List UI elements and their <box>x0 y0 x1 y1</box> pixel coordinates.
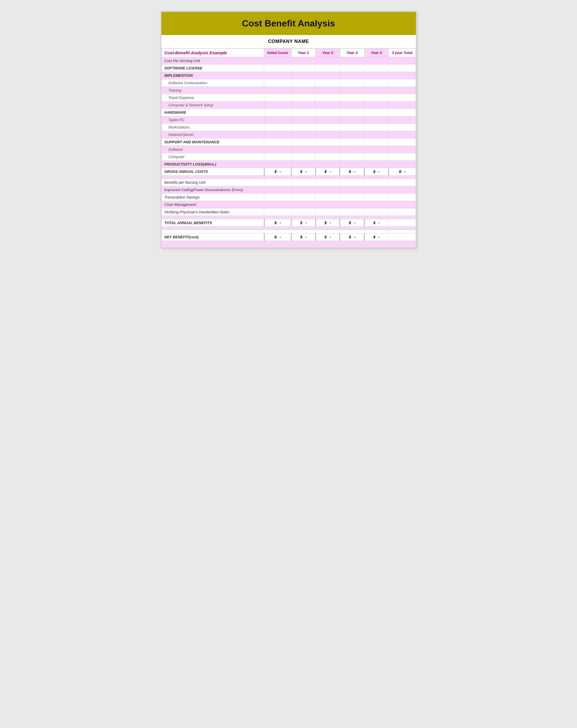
table-row: Computer & Network Setup <box>161 102 416 109</box>
row-label: SOFTWARE LICENSE <box>161 64 264 72</box>
col-header-label: Cost-Benefit Analysis Example <box>161 49 264 57</box>
row-label: Verifying Physician's Handwritten Notes <box>161 208 264 216</box>
spacer-row <box>161 230 416 233</box>
row-label: GROSS ANNUAL COSTS <box>161 168 264 176</box>
total-annual-benefits-row: TOTAL ANNUAL BENEFITS $ - $ - $ - $ - $ … <box>161 219 416 227</box>
spacer-row <box>161 176 416 179</box>
tab-year4: $ - <box>364 219 389 227</box>
row-label: PRODUCTIVITY LOSS(40hrs.) <box>161 161 264 168</box>
row-label: Software <box>161 146 264 153</box>
page: Cost Benefit Analysis COMPANY NAME Cost-… <box>161 11 416 248</box>
spacer-row <box>161 241 416 244</box>
table-row: Travel Expense <box>161 94 416 102</box>
gross-annual-costs-row: GROSS ANNUAL COSTS $ - $ - $ - $ - $ - $… <box>161 168 416 176</box>
title-bar: Cost Benefit Analysis <box>161 12 416 35</box>
col-header-year4: Year 4 <box>364 49 389 57</box>
analysis-table: Cost-Benefit Analysis Example Initial Co… <box>161 48 416 248</box>
table-row: SUPPORT AND MAINTENANCE <box>161 138 416 146</box>
table-row: Transcription Savings <box>161 194 416 201</box>
table-row: Verifying Physician's Handwritten Notes <box>161 208 416 216</box>
row-label: Computer <box>161 153 264 161</box>
nb-initial: $ - <box>264 233 291 241</box>
row-label: Taplet PC <box>161 116 264 124</box>
nb-year1: $ - <box>291 233 315 241</box>
col-header-year2: Year 2 <box>315 49 340 57</box>
row-label: Cost Per Nursing Unit <box>161 57 264 64</box>
row-label: Software Customization <box>161 79 264 87</box>
row-label: TOTAL ANNUAL BENEFITS <box>161 219 264 227</box>
table-row: Training <box>161 87 416 94</box>
spacer-row <box>161 216 416 219</box>
spacer-row <box>161 244 416 248</box>
table-row: Workstations <box>161 124 416 131</box>
gross-year2: $ - <box>315 168 340 176</box>
row-label: HARDWARE <box>161 109 264 116</box>
row-label: Transcription Savings <box>161 194 264 201</box>
row-label: IMPLEMENTION <box>161 72 264 79</box>
col-header-total: 3 year Total <box>389 49 416 57</box>
col-header-initial: Initial Costs <box>264 49 291 57</box>
nb-year4: $ - <box>364 233 389 241</box>
col-header-year3: Year 3 <box>340 49 364 57</box>
row-label: NET BENEFIT(cost) <box>161 233 264 241</box>
row-label: Benefits per Nursing Unit <box>161 179 264 186</box>
table-row: Improved Coding(Fewer Documentioons Erro… <box>161 186 416 194</box>
gross-year3: $ - <box>340 168 364 176</box>
spacer-row <box>161 227 416 230</box>
net-benefit-row: NET BENEFIT(cost) $ - $ - $ - $ - $ - <box>161 233 416 241</box>
tab-year3: $ - <box>340 219 364 227</box>
nb-year3: $ - <box>340 233 364 241</box>
row-label: Travel Expense <box>161 94 264 102</box>
table-row: PRODUCTIVITY LOSS(40hrs.) <box>161 161 416 168</box>
gross-year4: $ - <box>364 168 389 176</box>
row-label: Chart Management <box>161 201 264 208</box>
row-label: SUPPORT AND MAINTENANCE <box>161 138 264 146</box>
table-row: IMPLEMENTION <box>161 72 416 79</box>
nb-year2: $ - <box>315 233 340 241</box>
table-row: Computer <box>161 153 416 161</box>
table-row: SOFTWARE LICENSE <box>161 64 416 72</box>
company-name: COMPANY NAME <box>161 35 416 48</box>
main-title: Cost Benefit Analysis <box>164 18 413 29</box>
tab-year1: $ - <box>291 219 315 227</box>
col-header-year1: Year 1 <box>291 49 315 57</box>
tab-initial: $ - <box>264 219 291 227</box>
row-label: Training <box>161 87 264 94</box>
row-label: Computer & Network Setup <box>161 102 264 109</box>
gross-initial: $ - <box>264 168 291 176</box>
row-label: Workstations <box>161 124 264 131</box>
table-row: Taplet PC <box>161 116 416 124</box>
tab-year2: $ - <box>315 219 340 227</box>
table-row: Chart Management <box>161 201 416 208</box>
table-row: Software Customization <box>161 79 416 87</box>
table-row: Benefits per Nursing Unit <box>161 179 416 186</box>
row-label: Improved Coding(Fewer Documentioons Erro… <box>161 186 264 194</box>
table-row: Cost Per Nursing Unit <box>161 57 416 64</box>
row-label: Network/Server <box>161 131 264 138</box>
gross-year1: $ - <box>291 168 315 176</box>
table-row: Software <box>161 146 416 153</box>
gross-total: $ - <box>389 168 416 176</box>
table-row: HARDWARE <box>161 109 416 116</box>
table-row: Network/Server <box>161 131 416 138</box>
